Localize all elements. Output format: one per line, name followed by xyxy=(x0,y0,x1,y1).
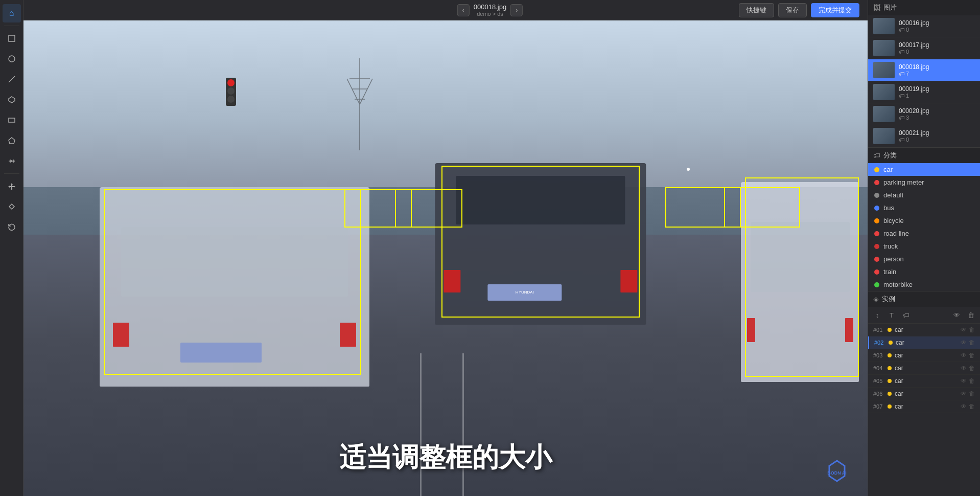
traffic-light-yellow xyxy=(227,87,235,95)
file-item-000016.jpg[interactable]: 000016.jpg 🏷 0 xyxy=(868,15,980,37)
file-thumb xyxy=(873,18,895,34)
file-count-label: 🏷 0 xyxy=(899,49,975,55)
file-count-label: 🏷 3 xyxy=(899,115,975,121)
instance-dot xyxy=(888,404,892,409)
tail-light-left-2 xyxy=(113,323,129,347)
instance-del-btn[interactable]: 🗑 xyxy=(969,377,975,385)
power-tower xyxy=(344,58,375,150)
thumb-img xyxy=(873,106,895,122)
instance-label: car xyxy=(895,390,961,397)
background-scene: HYUNDAI xyxy=(24,20,868,496)
submit-button[interactable]: 完成并提交 xyxy=(811,3,859,17)
class-item-bicycle[interactable]: bicycle xyxy=(868,214,980,227)
instance-eye-btn[interactable]: 👁 xyxy=(961,377,967,385)
road-marking-1 xyxy=(420,353,422,496)
polygon-icon[interactable] xyxy=(3,91,21,109)
instance-eye-btn[interactable]: 👁 xyxy=(961,390,967,397)
class-item-default[interactable]: default xyxy=(868,189,980,201)
pentagon-icon[interactable] xyxy=(3,131,21,150)
thumb-img xyxy=(873,18,895,34)
class-item-car[interactable]: car xyxy=(868,163,980,176)
class-item-person[interactable]: person xyxy=(868,253,980,265)
file-item-000021.jpg[interactable]: 000021.jpg 🏷 0 xyxy=(868,125,980,147)
file-item-000017.jpg[interactable]: 000017.jpg 🏷 0 xyxy=(868,37,980,59)
file-info: 000018.jpg demo > ds xyxy=(474,3,506,17)
instance-num: #05 xyxy=(873,378,888,384)
file-name-label: 000018.jpg xyxy=(899,63,975,71)
select-icon[interactable] xyxy=(3,29,21,48)
instance-item-#04[interactable]: #04 car 👁 🗑 xyxy=(868,362,980,375)
class-dot xyxy=(874,244,879,249)
file-item-000018.jpg[interactable]: 000018.jpg 🏷 7 xyxy=(868,59,980,81)
instance-item-#07[interactable]: #07 car 👁 🗑 xyxy=(868,400,980,413)
tail-light-right-2 xyxy=(747,318,755,342)
instance-eye-btn[interactable]: 👁 xyxy=(961,403,967,410)
canvas-area[interactable]: HYUNDAI xyxy=(24,20,868,496)
class-item-road-line[interactable]: road line xyxy=(868,227,980,240)
instance-del-btn[interactable]: 🗑 xyxy=(969,326,975,333)
instance-del-btn[interactable]: 🗑 xyxy=(969,365,975,372)
class-dot xyxy=(874,167,879,172)
instance-del-btn[interactable]: 🗑 xyxy=(969,403,975,410)
license-plate-left xyxy=(180,343,262,363)
instance-eye-icon[interactable]: 👁 xyxy=(950,309,963,321)
instance-eye-btn[interactable]: 👁 xyxy=(961,339,967,346)
instance-eye-btn[interactable]: 👁 xyxy=(961,352,967,359)
file-item-000020.jpg[interactable]: 000020.jpg 🏷 3 xyxy=(868,103,980,125)
refresh-icon[interactable] xyxy=(3,218,21,236)
file-info: 000021.jpg 🏷 0 xyxy=(899,129,975,143)
instance-eye-btn[interactable]: 👁 xyxy=(961,326,967,333)
instance-del-btn[interactable]: 🗑 xyxy=(969,352,975,359)
file-name-label: 000016.jpg xyxy=(899,19,975,27)
class-item-parking-meter[interactable]: parking meter xyxy=(868,176,980,189)
class-item-motorbike[interactable]: motorbike xyxy=(868,278,980,291)
instance-delete-icon[interactable]: 🗑 xyxy=(965,309,977,321)
instance-item-#05[interactable]: #05 car 👁 🗑 xyxy=(868,375,980,388)
instance-filter-icon[interactable]: T xyxy=(885,309,898,321)
instance-item-#06[interactable]: #06 car 👁 🗑 xyxy=(868,388,980,400)
class-dot xyxy=(874,282,879,287)
eraser-icon[interactable] xyxy=(3,197,21,216)
instance-eye-btn[interactable]: 👁 xyxy=(961,365,967,372)
instance-sort-icon[interactable]: ↕ xyxy=(871,309,883,321)
nav-prev-button[interactable]: ‹ xyxy=(457,4,470,16)
toolbar-divider-2 xyxy=(4,173,19,174)
instance-item-#02[interactable]: #02 car 👁 🗑 xyxy=(868,336,980,349)
class-dot xyxy=(874,269,879,275)
svg-rect-0 xyxy=(9,35,15,41)
thumb-img xyxy=(873,84,895,100)
tag-icon: 🏷 xyxy=(873,151,880,160)
files-header-label: 图片 xyxy=(883,3,897,12)
nav-next-button[interactable]: › xyxy=(510,4,523,16)
move-icon[interactable] xyxy=(3,177,21,195)
sky-bg xyxy=(24,20,868,187)
instance-item-#03[interactable]: #03 car 👁 🗑 xyxy=(868,349,980,362)
instance-del-btn[interactable]: 🗑 xyxy=(969,339,975,346)
instance-actions: 👁 🗑 xyxy=(961,352,975,359)
traffic-light xyxy=(226,78,236,106)
tail-light-left xyxy=(340,323,356,347)
rect-icon[interactable] xyxy=(3,111,21,129)
svg-line-15 xyxy=(347,79,360,104)
home-icon[interactable]: ⌂ xyxy=(3,4,21,22)
traffic-light-red xyxy=(227,79,235,86)
line-icon[interactable] xyxy=(3,70,21,88)
class-dot xyxy=(874,206,879,211)
inst-spacer xyxy=(914,309,948,321)
class-item-train[interactable]: train xyxy=(868,265,980,278)
instance-del-btn[interactable]: 🗑 xyxy=(969,390,975,397)
file-item-000019.jpg[interactable]: 000019.jpg 🏷 1 xyxy=(868,81,980,103)
instance-tag-icon[interactable]: 🏷 xyxy=(900,309,912,321)
license-plate-center: HYUNDAI xyxy=(488,284,562,301)
file-name-label: 000020.jpg xyxy=(899,107,975,115)
class-label: bicycle xyxy=(883,217,904,224)
shortcut-button[interactable]: 快捷键 xyxy=(739,3,774,17)
class-item-truck[interactable]: truck xyxy=(868,240,980,253)
circle-icon[interactable] xyxy=(3,50,21,68)
class-item-bus[interactable]: bus xyxy=(868,201,980,214)
ruler-icon[interactable] xyxy=(3,152,21,170)
instance-dot xyxy=(888,379,892,383)
image-icon: 🖼 xyxy=(873,4,880,12)
save-button[interactable]: 保存 xyxy=(778,3,807,17)
instance-item-#01[interactable]: #01 car 👁 🗑 xyxy=(868,324,980,336)
